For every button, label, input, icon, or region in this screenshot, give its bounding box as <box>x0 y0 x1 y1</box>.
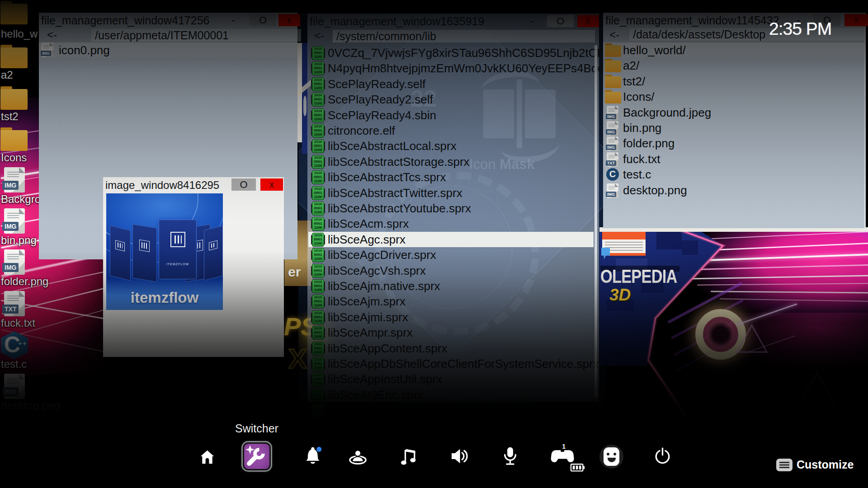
svg-text:1: 1 <box>562 443 566 450</box>
